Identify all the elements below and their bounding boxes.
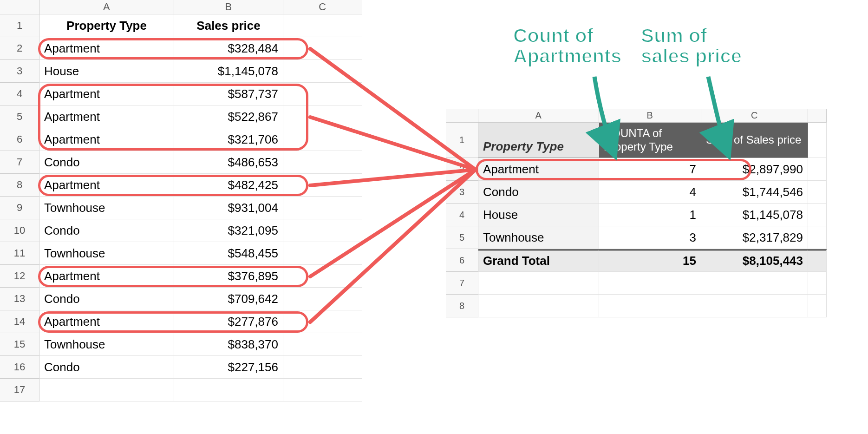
- pivot-sum[interactable]: $1,145,078: [701, 204, 808, 226]
- row-header[interactable]: 1: [446, 123, 478, 158]
- pivot-row-label[interactable]: Condo: [478, 181, 599, 204]
- cell[interactable]: [478, 295, 599, 317]
- cell-property-type[interactable]: Apartment: [39, 37, 174, 60]
- pivot-grand-total-label[interactable]: Grand Total: [478, 249, 599, 272]
- pivot-row-label[interactable]: Apartment: [478, 158, 599, 181]
- pivot-row-label[interactable]: Townhouse: [478, 226, 599, 249]
- cell[interactable]: [808, 158, 827, 181]
- cell-sales-price[interactable]: $931,004: [174, 197, 283, 219]
- cell-sales-price[interactable]: $277,876: [174, 310, 283, 333]
- pivot-grand-total-count[interactable]: 15: [599, 249, 701, 272]
- col-header-C[interactable]: C: [701, 109, 808, 123]
- cell-sales-price[interactable]: $376,895: [174, 265, 283, 288]
- row-header[interactable]: 11: [0, 242, 39, 265]
- row-header[interactable]: 8: [0, 174, 39, 197]
- row-header[interactable]: 12: [0, 265, 39, 288]
- header-cell-property-type[interactable]: Property Type: [39, 14, 174, 37]
- cell-sales-price[interactable]: $321,706: [174, 128, 283, 151]
- cell[interactable]: [808, 249, 827, 272]
- col-header-D[interactable]: [808, 109, 827, 123]
- cell[interactable]: [283, 37, 362, 60]
- col-header-A[interactable]: A: [39, 0, 174, 14]
- cell-sales-price[interactable]: $321,095: [174, 219, 283, 242]
- cell[interactable]: [283, 151, 362, 174]
- cell[interactable]: [283, 310, 362, 333]
- cell[interactable]: [39, 379, 174, 401]
- row-header[interactable]: 14: [0, 310, 39, 333]
- pivot-value-header-counta[interactable]: COUNTA of Property Type: [599, 123, 701, 158]
- col-header-B[interactable]: B: [174, 0, 283, 14]
- cell-property-type[interactable]: Apartment: [39, 83, 174, 105]
- cell-sales-price[interactable]: $482,425: [174, 174, 283, 197]
- cell-property-type[interactable]: Condo: [39, 219, 174, 242]
- cell[interactable]: [701, 272, 808, 295]
- row-header[interactable]: 7: [0, 151, 39, 174]
- cell[interactable]: [283, 242, 362, 265]
- row-header[interactable]: 10: [0, 219, 39, 242]
- cell-sales-price[interactable]: $227,156: [174, 356, 283, 379]
- pivot-sum[interactable]: $1,744,546: [701, 181, 808, 204]
- cell-sales-price[interactable]: $548,455: [174, 242, 283, 265]
- pivot-value-header-sum[interactable]: SUM of Sales price: [701, 123, 808, 158]
- pivot-count[interactable]: 4: [599, 181, 701, 204]
- cell-property-type[interactable]: Apartment: [39, 105, 174, 128]
- row-header[interactable]: 15: [0, 333, 39, 356]
- pivot-count[interactable]: 3: [599, 226, 701, 249]
- cell[interactable]: [808, 272, 827, 295]
- header-cell-sales-price[interactable]: Sales price: [174, 14, 283, 37]
- cell[interactable]: [283, 265, 362, 288]
- cell-property-type[interactable]: Apartment: [39, 265, 174, 288]
- cell[interactable]: [808, 204, 827, 226]
- row-header[interactable]: 4: [0, 83, 39, 105]
- cell[interactable]: [283, 128, 362, 151]
- cell-sales-price[interactable]: $522,867: [174, 105, 283, 128]
- pivot-sum[interactable]: $2,317,829: [701, 226, 808, 249]
- cell[interactable]: [701, 295, 808, 317]
- pivot-grand-total-sum[interactable]: $8,105,443: [701, 249, 808, 272]
- row-header[interactable]: 3: [446, 181, 478, 204]
- cell[interactable]: [478, 272, 599, 295]
- row-header[interactable]: 16: [0, 356, 39, 379]
- cell-property-type[interactable]: Townhouse: [39, 333, 174, 356]
- col-header-C[interactable]: C: [283, 0, 362, 14]
- cell[interactable]: [808, 295, 827, 317]
- cell[interactable]: [283, 288, 362, 310]
- select-all-corner[interactable]: [446, 109, 478, 123]
- row-header[interactable]: 2: [0, 37, 39, 60]
- row-header[interactable]: 5: [0, 105, 39, 128]
- cell-sales-price[interactable]: $709,642: [174, 288, 283, 310]
- row-header[interactable]: 17: [0, 379, 39, 401]
- row-header[interactable]: 1: [0, 14, 39, 37]
- pivot-row-label[interactable]: House: [478, 204, 599, 226]
- cell-property-type[interactable]: House: [39, 60, 174, 83]
- row-header[interactable]: 9: [0, 197, 39, 219]
- cell-property-type[interactable]: Condo: [39, 151, 174, 174]
- row-header[interactable]: 5: [446, 226, 478, 249]
- cell[interactable]: [174, 379, 283, 401]
- cell[interactable]: [283, 174, 362, 197]
- cell[interactable]: [283, 197, 362, 219]
- cell-property-type[interactable]: Apartment: [39, 174, 174, 197]
- cell-sales-price[interactable]: $838,370: [174, 333, 283, 356]
- cell[interactable]: [808, 181, 827, 204]
- row-header[interactable]: 3: [0, 60, 39, 83]
- select-all-corner[interactable]: [0, 0, 39, 14]
- col-header-A[interactable]: A: [478, 109, 599, 123]
- cell-property-type[interactable]: Condo: [39, 288, 174, 310]
- pivot-count[interactable]: 1: [599, 204, 701, 226]
- row-header[interactable]: 6: [0, 128, 39, 151]
- pivot-sum[interactable]: $2,897,990: [701, 158, 808, 181]
- cell[interactable]: [283, 60, 362, 83]
- pivot-row-field-label[interactable]: Property Type: [478, 123, 599, 158]
- row-header[interactable]: 8: [446, 295, 478, 317]
- cell[interactable]: [599, 295, 701, 317]
- row-header[interactable]: 6: [446, 249, 478, 272]
- cell-property-type[interactable]: Townhouse: [39, 242, 174, 265]
- cell[interactable]: [283, 105, 362, 128]
- pivot-count[interactable]: 7: [599, 158, 701, 181]
- cell[interactable]: [808, 123, 827, 158]
- cell-property-type[interactable]: Apartment: [39, 128, 174, 151]
- cell-property-type[interactable]: Townhouse: [39, 197, 174, 219]
- cell-sales-price[interactable]: $328,484: [174, 37, 283, 60]
- row-header[interactable]: 13: [0, 288, 39, 310]
